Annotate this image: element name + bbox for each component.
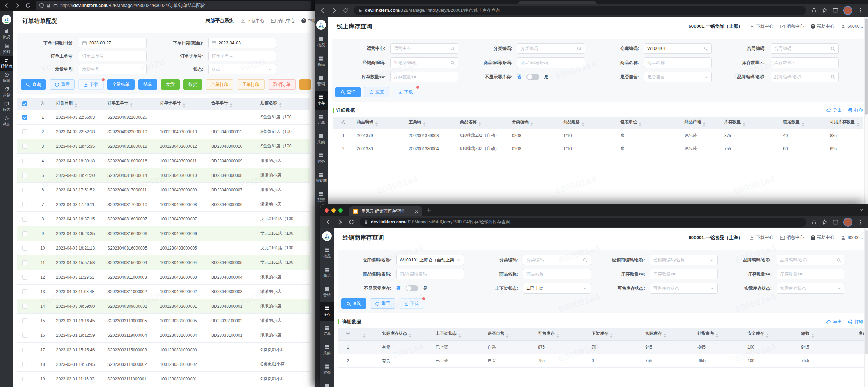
column-header[interactable]: 商品规格 bbox=[560, 117, 618, 129]
sort-icon[interactable] bbox=[409, 334, 411, 338]
sidebar-item-purchase[interactable]: 采购 bbox=[320, 341, 334, 360]
url-bar[interactable]: dev.linkfern.com/B2BManage/#/stdQuery/B2… bbox=[354, 6, 806, 15]
reload-icon[interactable] bbox=[342, 7, 348, 14]
shipping-no-field[interactable]: 发货单号 bbox=[79, 64, 147, 74]
search-button[interactable]: 查询 bbox=[341, 298, 366, 309]
clipped-button[interactable] bbox=[299, 79, 311, 90]
search-button[interactable]: 查询 bbox=[335, 87, 361, 97]
url-bar[interactable]: https://dev.linkfern.com/B2BManage/#/b30… bbox=[36, 1, 311, 10]
table-row[interactable]: 62023-04-03 17:51:52S2023040317000011100… bbox=[17, 183, 310, 197]
more-vert-icon[interactable] bbox=[858, 8, 863, 13]
sort-icon[interactable] bbox=[664, 334, 666, 338]
checkbox[interactable] bbox=[22, 246, 27, 251]
checkbox[interactable] bbox=[22, 377, 27, 381]
table-row[interactable]: 120013792002001379008010莲藕Z01（自动）02081*1… bbox=[333, 129, 863, 142]
column-header[interactable]: 包装单位 bbox=[618, 117, 682, 129]
sort-icon[interactable] bbox=[610, 334, 613, 338]
share-icon[interactable] bbox=[811, 219, 817, 225]
sort-icon[interactable] bbox=[857, 122, 859, 126]
download-center-link[interactable]: 下载中心 bbox=[750, 235, 773, 241]
sidebar-item-config[interactable]: 配置 bbox=[0, 71, 13, 85]
account-menu[interactable]: 60000... bbox=[841, 24, 863, 29]
qty-lte-field[interactable]: 库存数量<= bbox=[390, 72, 458, 82]
sort-icon[interactable] bbox=[639, 122, 641, 126]
forward-icon[interactable] bbox=[331, 7, 337, 14]
column-header[interactable]: 是否自营 bbox=[485, 328, 535, 341]
sort-icon[interactable] bbox=[811, 334, 814, 338]
more-vert-icon[interactable] bbox=[858, 219, 863, 225]
order-date-end-field[interactable]: 2023-04-03 bbox=[208, 38, 276, 48]
sort-icon[interactable] bbox=[716, 334, 718, 338]
column-header[interactable]: 主条码 bbox=[406, 117, 457, 129]
toggle[interactable] bbox=[526, 74, 539, 80]
export-link[interactable]: 导出 bbox=[826, 108, 842, 114]
download-button[interactable]: 下载 bbox=[399, 298, 424, 309]
reset-button[interactable]: 重置 bbox=[364, 87, 389, 97]
column-header[interactable]: 分类编码 bbox=[509, 117, 560, 129]
sidebar-item-finance[interactable]: 财务 bbox=[315, 149, 328, 168]
checkbox[interactable] bbox=[22, 333, 27, 338]
checkbox[interactable] bbox=[22, 144, 27, 149]
checkbox[interactable] bbox=[22, 217, 27, 222]
print-link[interactable]: 打印 bbox=[848, 108, 863, 114]
sort-icon[interactable] bbox=[130, 103, 133, 107]
self-operated-select[interactable]: 是否自营 bbox=[644, 72, 712, 82]
sort-icon[interactable] bbox=[703, 122, 706, 126]
table-row[interactable]: 82023-04-03 16:37:15S2023040316000007100… bbox=[17, 212, 310, 226]
reload-icon[interactable] bbox=[348, 219, 354, 225]
column-header[interactable]: 下架库存 bbox=[589, 328, 643, 341]
table-row[interactable]: 92023-04-03 16:23:35S2023040316000006100… bbox=[17, 226, 310, 241]
checkbox[interactable] bbox=[22, 348, 27, 352]
table-row[interactable]: 112023-04-03 15:57:58S202304031500000410… bbox=[17, 255, 310, 270]
help-center-link[interactable]: ?帮助中心 bbox=[811, 235, 834, 241]
reset-button[interactable]: 重置 bbox=[50, 79, 75, 90]
actual-status-select[interactable]: 实际库存状态 bbox=[777, 283, 844, 294]
column-settings-gear-icon[interactable] bbox=[346, 331, 351, 336]
order-date-start-field[interactable]: 2023-03-27 bbox=[79, 38, 147, 48]
shield-icon[interactable] bbox=[39, 3, 44, 8]
new-tab-button[interactable] bbox=[426, 208, 432, 213]
sidebar-item-finance[interactable]: 财务 bbox=[320, 360, 334, 379]
checkbox[interactable] bbox=[22, 318, 27, 323]
checkbox[interactable] bbox=[22, 231, 27, 236]
qty-gte-field[interactable]: 库存数量>= bbox=[650, 269, 718, 279]
toggle[interactable] bbox=[406, 285, 418, 291]
column-header[interactable]: 安全库存 bbox=[745, 328, 798, 341]
back-icon[interactable] bbox=[3, 2, 10, 9]
column-header[interactable]: 订单主单号 bbox=[105, 98, 157, 110]
table-row[interactable]: 122023-04-03 11:29:53S202304031100000310… bbox=[17, 270, 310, 285]
table-row[interactable]: 102023-04-03 16:21:13S202304031600000510… bbox=[17, 241, 310, 255]
table-row[interactable]: 1有货已上架自采87570945-84510094.5 bbox=[338, 341, 864, 354]
lock-icon[interactable] bbox=[364, 220, 368, 224]
column-header[interactable]: 合单单号 bbox=[209, 98, 258, 110]
download-button[interactable]: 下载 bbox=[393, 87, 418, 97]
table-row[interactable]: 132023-04-03 11:08:48S202304031100000210… bbox=[17, 285, 310, 299]
shelf-status-select[interactable]: 1.已上架 bbox=[523, 283, 591, 294]
receive-button[interactable]: 收货 bbox=[183, 79, 202, 90]
column-header[interactable]: 箱数 bbox=[798, 328, 856, 341]
checkbox[interactable] bbox=[22, 159, 27, 163]
column-header[interactable]: 可用库存数量 bbox=[827, 117, 863, 129]
print-link[interactable]: 打印 bbox=[848, 319, 863, 325]
sidebar-item-inventory[interactable]: 库存 bbox=[315, 91, 328, 110]
table-row[interactable]: 32023-04-03 18:45:35S2023040318000018100… bbox=[17, 139, 310, 154]
share-icon[interactable] bbox=[811, 8, 817, 13]
tab-search-chevron-icon[interactable] bbox=[859, 208, 864, 213]
sort-icon[interactable] bbox=[375, 122, 378, 126]
column-header[interactable]: 可售库存 bbox=[535, 328, 589, 341]
sidebar-item-overview[interactable]: 概况 bbox=[0, 27, 13, 42]
table-row[interactable]: 220013802002001380004010莲藕Z02（自动）02081*1… bbox=[333, 142, 863, 155]
account-menu[interactable]: 60000... bbox=[841, 235, 863, 241]
column-header[interactable]: 补货参考 bbox=[694, 328, 745, 341]
sort-icon[interactable] bbox=[766, 334, 769, 338]
distributor-select[interactable]: 经销商编码/名称 bbox=[650, 255, 718, 265]
bookmark-star-icon[interactable] bbox=[822, 219, 827, 225]
goods-code-field[interactable]: 商品编码/条码 bbox=[517, 57, 585, 68]
sort-icon[interactable] bbox=[801, 122, 804, 126]
brand-field[interactable]: 品牌编码/名称 bbox=[771, 72, 839, 82]
checkbox[interactable] bbox=[22, 173, 27, 178]
checkbox[interactable] bbox=[22, 362, 27, 367]
category-code-field[interactable]: 分类编码 bbox=[523, 255, 591, 265]
column-header[interactable]: 商品编码 bbox=[354, 117, 406, 129]
sidebar-item-orders[interactable]: 订单 bbox=[320, 321, 334, 341]
